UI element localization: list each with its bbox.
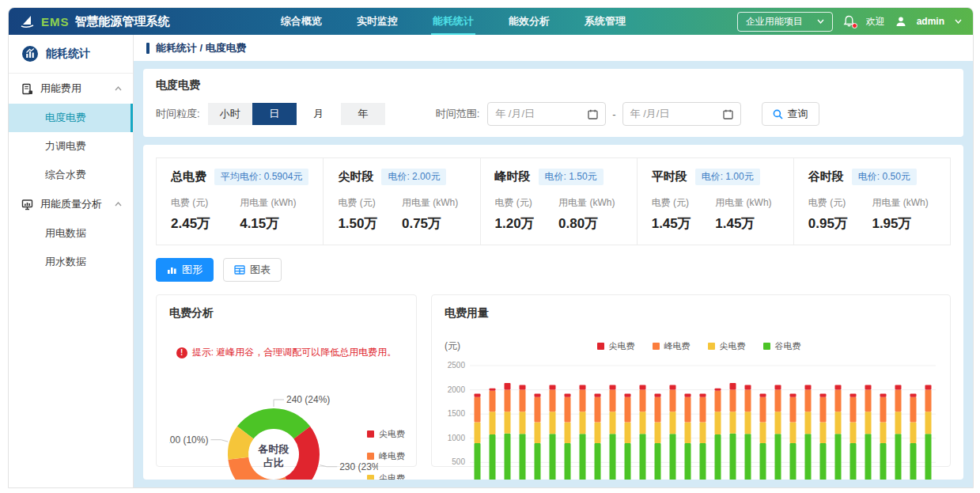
bar-segment[interactable]	[520, 390, 526, 412]
project-select[interactable]: 企业用能项目	[737, 12, 833, 32]
bar-segment[interactable]	[850, 397, 857, 423]
bar-segment[interactable]	[865, 411, 872, 434]
sidebar-item-electricity-data[interactable]: 用电数据	[9, 219, 133, 248]
bar-segment[interactable]	[490, 389, 496, 391]
graph-view-button[interactable]: 图形	[156, 258, 214, 282]
bar-segment[interactable]	[565, 393, 571, 396]
sidebar-item-electricity-fee[interactable]: 电度电费	[9, 104, 133, 132]
pie-slice[interactable]	[237, 408, 310, 439]
pie-legend-item[interactable]: 峰电费	[367, 450, 405, 462]
bar-segment[interactable]	[805, 434, 812, 480]
bar-segment[interactable]	[640, 390, 646, 412]
bar-segment[interactable]	[520, 385, 526, 389]
bar-segment[interactable]	[835, 390, 842, 412]
bar-segment[interactable]	[580, 390, 586, 412]
bar-segment[interactable]	[925, 385, 932, 389]
granularity-option-year[interactable]: 年	[341, 103, 385, 125]
bar-segment[interactable]	[895, 385, 902, 389]
bar-segment[interactable]	[760, 397, 766, 423]
bar-segment[interactable]	[805, 385, 812, 389]
pie-legend-item[interactable]: 尖电费	[367, 428, 405, 440]
bar-segment[interactable]	[865, 434, 872, 480]
bar-segment[interactable]	[535, 423, 541, 443]
bar-segment[interactable]	[640, 411, 646, 434]
bar-segment[interactable]	[910, 423, 917, 443]
bar-segment[interactable]	[610, 390, 616, 412]
table-view-button[interactable]: 图表	[223, 258, 282, 282]
bar-segment[interactable]	[790, 393, 796, 396]
bar-segment[interactable]	[595, 393, 601, 396]
bar-segment[interactable]	[925, 434, 932, 480]
bar-segment[interactable]	[475, 393, 481, 396]
bar-segment[interactable]	[700, 397, 706, 423]
bar-segment[interactable]	[820, 423, 827, 443]
bar-segment[interactable]	[865, 385, 872, 389]
sidebar-group-energy-cost[interactable]: 用能费用	[9, 74, 133, 104]
bar-segment[interactable]	[670, 390, 676, 412]
user-menu-chevron-icon[interactable]	[955, 19, 962, 24]
bar-segment[interactable]	[625, 443, 631, 480]
bar-segment[interactable]	[475, 443, 481, 480]
bar-segment[interactable]	[895, 411, 902, 434]
pie-legend-item[interactable]: 尖电费	[367, 472, 405, 480]
nav-item-system[interactable]: 系统管理	[583, 8, 627, 35]
bar-segment[interactable]	[520, 411, 526, 434]
bar-segment[interactable]	[745, 390, 751, 412]
bar-segment[interactable]	[730, 390, 736, 412]
bar-segment[interactable]	[670, 434, 676, 480]
bar-segment[interactable]	[790, 443, 796, 480]
bar-segment[interactable]	[850, 443, 857, 480]
bar-segment[interactable]	[685, 393, 691, 396]
bar-segment[interactable]	[775, 434, 781, 480]
sidebar-item-water-fee[interactable]: 综合水费	[9, 161, 133, 189]
bar-segment[interactable]	[775, 390, 781, 412]
bar-segment[interactable]	[595, 423, 601, 443]
nav-item-overview[interactable]: 综合概览	[279, 8, 324, 35]
bar-segment[interactable]	[835, 434, 842, 480]
granularity-option-month[interactable]: 月	[297, 103, 341, 125]
bar-segment[interactable]	[775, 385, 781, 389]
bar-segment[interactable]	[655, 393, 661, 396]
bar-segment[interactable]	[640, 385, 646, 389]
bar-segment[interactable]	[835, 411, 842, 434]
bar-segment[interactable]	[745, 411, 751, 434]
bar-segment[interactable]	[865, 390, 872, 412]
bar-segment[interactable]	[925, 390, 932, 412]
bar-legend-item[interactable]: 尖电费	[708, 340, 746, 352]
bar-legend-item[interactable]: 尖电费	[597, 340, 635, 352]
bar-segment[interactable]	[610, 385, 616, 389]
bar-segment[interactable]	[550, 390, 556, 412]
bar-segment[interactable]	[505, 434, 511, 480]
bar-segment[interactable]	[565, 397, 571, 423]
sidebar-item-power-factor-fee[interactable]: 力调电费	[9, 132, 133, 161]
bar-segment[interactable]	[700, 443, 706, 480]
bar-segment[interactable]	[640, 434, 646, 480]
bar-segment[interactable]	[850, 393, 857, 396]
end-date-input[interactable]: 年 /月/日	[622, 102, 741, 126]
bar-segment[interactable]	[685, 397, 691, 423]
bar-segment[interactable]	[895, 434, 902, 480]
granularity-option-hour[interactable]: 小时	[208, 103, 252, 125]
bar-segment[interactable]	[685, 423, 691, 443]
bar-segment[interactable]	[730, 411, 736, 434]
bar-segment[interactable]	[790, 397, 796, 423]
bar-segment[interactable]	[745, 385, 751, 389]
bar-segment[interactable]	[760, 393, 766, 396]
bar-segment[interactable]	[580, 434, 586, 480]
query-button[interactable]: 查询	[762, 102, 819, 126]
bar-segment[interactable]	[610, 434, 616, 480]
nav-item-energy-stats[interactable]: 能耗统计	[431, 8, 475, 35]
bar-segment[interactable]	[550, 385, 556, 389]
bar-segment[interactable]	[670, 411, 676, 434]
bar-segment[interactable]	[820, 443, 827, 480]
bar-segment[interactable]	[475, 397, 481, 423]
bar-segment[interactable]	[550, 434, 556, 480]
bar-segment[interactable]	[715, 411, 721, 434]
bar-segment[interactable]	[880, 443, 887, 480]
bar-segment[interactable]	[880, 397, 887, 423]
bar-segment[interactable]	[685, 443, 691, 480]
bar-segment[interactable]	[835, 385, 842, 389]
sidebar-group-quality-analysis[interactable]: 用能质量分析	[9, 189, 133, 219]
bar-segment[interactable]	[895, 390, 902, 412]
bar-segment[interactable]	[505, 411, 511, 434]
